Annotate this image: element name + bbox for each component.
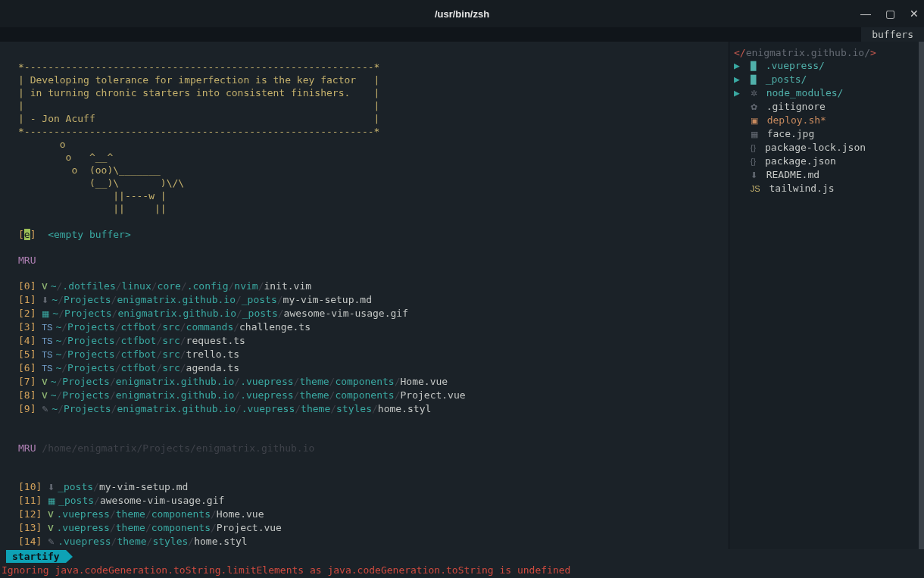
file-icon: JS bbox=[751, 184, 760, 193]
mru-entry[interactable]: [10] ⬇_posts/my-vim-setup.md bbox=[18, 480, 729, 494]
file-icon: ⬇ bbox=[751, 170, 757, 180]
window-title: /usr/bin/zsh bbox=[435, 8, 489, 20]
tree-item-label: package.json bbox=[765, 155, 836, 167]
tab-bar: buffers bbox=[0, 27, 924, 42]
mru-entry[interactable]: [9] ✎~/Projects/enigmatrix.github.io/.vu… bbox=[18, 402, 729, 416]
file-icon: ✲ bbox=[751, 89, 757, 98]
status-line: startify bbox=[6, 550, 66, 563]
cowsay-line: o bbox=[18, 139, 66, 150]
filetype-icon: V bbox=[42, 391, 47, 400]
filetype-icon: TS bbox=[42, 364, 52, 373]
filetype-icon: ✎ bbox=[42, 405, 48, 414]
filetype-icon: V bbox=[48, 510, 53, 519]
close-button[interactable]: ✕ bbox=[909, 8, 919, 19]
tree-item-label: node_modules/ bbox=[766, 87, 844, 98]
filetype-icon: TS bbox=[42, 323, 52, 332]
mru-entry[interactable]: [1] ⬇~/Projects/enigmatrix.github.io/_po… bbox=[18, 293, 729, 307]
tree-item-label: .vuepress/ bbox=[766, 60, 825, 71]
tree-item[interactable]: ▶ ✲ node_modules/ bbox=[732, 86, 924, 100]
tree-item[interactable]: JS tailwind.js bbox=[732, 182, 924, 195]
mru-entry[interactable]: [0] V~/.dotfiles/linux/core/.config/nvim… bbox=[18, 280, 729, 293]
quote-line: | in turning chronic starters into consi… bbox=[18, 87, 379, 98]
file-tree-pane: </enigmatrix.github.io/> ▶ ▉ .vuepress/▶… bbox=[729, 42, 924, 549]
mru-entry[interactable]: [2] ▦~/Projects/enigmatrix.github.io/_po… bbox=[18, 307, 729, 320]
quote-line: | - Jon Acuff | bbox=[18, 113, 379, 124]
file-icon: ✿ bbox=[751, 102, 757, 111]
message-line: Ignoring java.codeGeneration.toString.li… bbox=[2, 564, 570, 576]
filetype-icon: TS bbox=[42, 336, 52, 345]
mru-entry[interactable]: [6] TS~/Projects/ctfbot/src/agenda.ts bbox=[18, 361, 729, 375]
tree-item[interactable]: ▣ deploy.sh* bbox=[732, 114, 924, 127]
cowsay-line: ||----w | bbox=[18, 190, 167, 202]
startify-pane: *---------------------------------------… bbox=[0, 42, 729, 549]
quote-border: *---------------------------------------… bbox=[18, 61, 379, 73]
filetype-icon: ▦ bbox=[42, 309, 49, 318]
mru-header: MRU bbox=[18, 255, 36, 266]
mru-entry[interactable]: [8] V~/Projects/enigmatrix.github.io/.vu… bbox=[18, 389, 729, 402]
scrollbar[interactable] bbox=[919, 42, 924, 549]
filetype-icon: ✎ bbox=[48, 537, 55, 546]
filetype-icon: V bbox=[42, 282, 47, 291]
minimize-button[interactable]: — bbox=[860, 8, 871, 19]
mru-entry[interactable]: [14] ✎.vuepress/theme/styles/home.styl bbox=[18, 535, 729, 548]
file-icon: ▣ bbox=[751, 116, 758, 125]
mru-entry[interactable]: [4] TS~/Projects/ctfbot/src/request.ts bbox=[18, 334, 729, 348]
quote-border: *---------------------------------------… bbox=[18, 126, 379, 137]
maximize-button[interactable]: ▢ bbox=[885, 8, 895, 19]
cowsay-line: || || bbox=[18, 203, 167, 214]
expand-arrow-icon[interactable]: ▶ bbox=[734, 73, 745, 86]
tree-item-label: tailwind.js bbox=[769, 183, 835, 194]
filetype-icon: TS bbox=[42, 350, 52, 359]
filetype-icon: ▦ bbox=[48, 496, 55, 505]
expand-arrow-icon[interactable]: ▶ bbox=[734, 86, 745, 99]
tree-item[interactable]: ⬇ README.md bbox=[732, 168, 924, 182]
tree-item[interactable]: ▶ ▉ _posts/ bbox=[732, 73, 924, 86]
quote-line: | Developing tolerance for imperfection … bbox=[18, 74, 379, 86]
expand-arrow-icon[interactable]: ▶ bbox=[734, 59, 745, 72]
mru-entry[interactable]: [12] V.vuepress/theme/components/Home.vu… bbox=[18, 508, 729, 521]
mru-entry[interactable]: [15] V.vuepress/theme/components/PostSum… bbox=[18, 548, 729, 549]
file-icon: ▦ bbox=[751, 130, 758, 139]
mru-entry[interactable]: [7] V~/Projects/enigmatrix.github.io/.vu… bbox=[18, 375, 729, 389]
filetype-icon: V bbox=[42, 377, 47, 386]
window-controls: — ▢ ✕ bbox=[860, 0, 919, 27]
mode-indicator: startify bbox=[6, 550, 66, 563]
tree-item[interactable]: {} package-lock.json bbox=[732, 141, 924, 155]
tree-item[interactable]: ▶ ▉ .vuepress/ bbox=[732, 59, 924, 73]
tree-item-label: face.jpg bbox=[767, 128, 815, 139]
cowsay-line: o (oo)\_______ bbox=[18, 164, 161, 176]
mru-entry[interactable]: [5] TS~/Projects/ctfbot/src/trello.ts bbox=[18, 348, 729, 361]
file-icon: {} bbox=[751, 143, 756, 152]
filetype-icon: V bbox=[48, 523, 53, 533]
file-icon: ▉ bbox=[751, 75, 757, 84]
mru-cwd-header: MRU /home/enigmatrix/Projects/enigmatrix… bbox=[18, 442, 314, 454]
mru-entry[interactable]: [13] V.vuepress/theme/components/Project… bbox=[18, 521, 729, 535]
cowsay-line: (__)\ )\/\ bbox=[18, 177, 184, 189]
mru-entry[interactable]: [11] ▦_posts/awesome-vim-usage.gif bbox=[18, 494, 729, 508]
tree-item-label: package-lock.json bbox=[765, 142, 866, 153]
tree-item-label: .gitignore bbox=[766, 101, 826, 112]
tree-item[interactable]: ▦ face.jpg bbox=[732, 127, 924, 141]
file-icon: {} bbox=[751, 157, 756, 166]
filetype-icon: ⬇ bbox=[48, 483, 55, 492]
quote-line: | | bbox=[18, 100, 379, 111]
tree-root[interactable]: </enigmatrix.github.io/> bbox=[732, 46, 924, 59]
tree-item-label: _posts/ bbox=[766, 73, 807, 85]
cowsay-line: o ^__^ bbox=[18, 152, 113, 163]
tree-item-label: README.md bbox=[766, 169, 819, 180]
tab-buffers[interactable]: buffers bbox=[861, 27, 924, 42]
title-bar: /usr/bin/zsh — ▢ ✕ bbox=[0, 0, 924, 27]
mru-entry[interactable]: [3] TS~/Projects/ctfbot/src/commands/cha… bbox=[18, 320, 729, 334]
tree-item[interactable]: {} package.json bbox=[732, 155, 924, 168]
empty-buffer-entry[interactable]: [e] <empty buffer> bbox=[18, 229, 131, 240]
filetype-icon: ⬇ bbox=[42, 295, 48, 305]
tree-item-label: deploy.sh* bbox=[767, 114, 826, 126]
tree-item[interactable]: ✿ .gitignore bbox=[732, 100, 924, 114]
file-icon: ▉ bbox=[751, 61, 757, 70]
